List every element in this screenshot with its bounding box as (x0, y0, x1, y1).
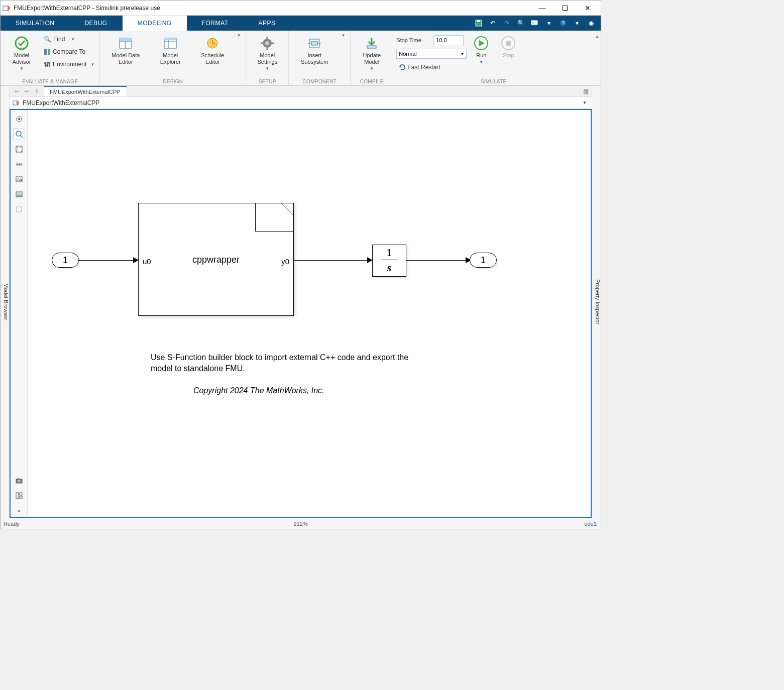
svg-rect-60 (16, 493, 19, 499)
explore-icon[interactable] (13, 113, 25, 125)
model-data-editor-button[interactable]: Model Data Editor (103, 33, 148, 76)
signal-line[interactable] (294, 260, 372, 261)
sliders-icon (44, 61, 51, 68)
fit-icon[interactable] (13, 143, 25, 155)
model-browser-rail[interactable]: Model Browser (1, 86, 10, 518)
stop-time-input[interactable] (433, 35, 464, 45)
ribbon-group-design: Model Data Editor Model Explorer Schedul… (100, 31, 246, 85)
ribbon-collapse-button[interactable]: ▴ (594, 31, 601, 85)
zoom-level[interactable]: 212% (91, 521, 510, 527)
nav-forward-icon[interactable]: ➡ (23, 87, 31, 95)
content-area: Model Browser ⬅ ➡ ⬆ FMUExportWithExterna… (1, 86, 601, 518)
chevron-down-icon: ▼ (460, 52, 464, 56)
zoom-icon[interactable] (13, 128, 25, 140)
canvas-container: ⬅ ➡ ⬆ FMUExportWithExternalCPP ▦ FMUExpo… (10, 86, 592, 518)
tab-modeling[interactable]: MODELING (123, 16, 187, 31)
tab-format[interactable]: FORMAT (187, 16, 244, 31)
stop-button[interactable]: Stop (496, 33, 521, 76)
subsystem-icon (306, 35, 322, 51)
nav-up-icon[interactable]: ⬆ (33, 87, 41, 95)
area-icon[interactable] (13, 203, 25, 215)
close-button[interactable]: ✕ (576, 1, 599, 15)
maximize-button[interactable] (553, 1, 576, 15)
model-settings-button[interactable]: Model Settings ▼ (249, 33, 285, 76)
fast-restart-button[interactable]: Fast Restart (396, 61, 467, 73)
canvas-tab[interactable]: FMUExportWithExternalCPP (44, 86, 127, 96)
play-icon (473, 35, 489, 51)
svg-text:?: ? (562, 21, 565, 26)
simulation-mode-select[interactable]: Normal ▼ (396, 49, 467, 59)
simulation-mode-value: Normal (399, 51, 416, 57)
group-label-compile: COMPILE (354, 78, 390, 85)
model-advisor-button[interactable]: Model Advisor ▼ (4, 33, 40, 76)
annotation-icon[interactable]: Aa (13, 173, 25, 185)
inport-block[interactable]: 1 (52, 253, 79, 268)
signal-line[interactable] (406, 260, 470, 261)
model-explorer-button[interactable]: Model Explorer (150, 33, 190, 76)
tab-grid-icon[interactable]: ▦ (583, 88, 589, 95)
more-icon[interactable]: » (13, 505, 25, 517)
integrator-block[interactable]: 1 s (372, 245, 406, 277)
update-model-button[interactable]: Update Model ▼ (354, 33, 390, 76)
ribbon-group-evaluate: Model Advisor ▼ 🔍 Find ▼ Compare To (1, 31, 100, 85)
run-button[interactable]: Run ▼ (469, 33, 494, 76)
svg-point-55 (17, 193, 19, 195)
screenshot-icon[interactable] (13, 475, 25, 487)
group-label-simulate: SIMULATE (396, 78, 591, 85)
outport-block[interactable]: 1 (470, 253, 497, 268)
viewmarks-icon[interactable] (13, 490, 25, 502)
signal-line[interactable] (79, 260, 138, 261)
environment-button[interactable]: Environment ▼ (42, 58, 96, 70)
canvas-frame: Aa » (10, 109, 592, 518)
sample-time-icon[interactable] (13, 158, 25, 170)
breadcrumb-dropdown[interactable]: ▼ (583, 100, 589, 105)
subsystem-block[interactable]: cppwrapper u0 y0 (138, 203, 294, 316)
property-inspector-rail[interactable]: Property Inspector (592, 86, 601, 518)
group-label-evaluate: EVALUATE & MANAGE (4, 78, 96, 85)
integrator-numerator: 1 (387, 247, 392, 259)
window-controls: — ✕ (531, 1, 599, 15)
save-icon[interactable] (473, 18, 484, 29)
gear-icon (259, 35, 275, 51)
svg-point-44 (18, 118, 20, 120)
quick-access: ↶ ↷ 🔍 » ▾ ? ▾ ◉ (290, 16, 601, 31)
redo-icon[interactable]: ↷ (501, 18, 512, 29)
help-icon[interactable]: ? (557, 18, 569, 29)
breadcrumb-text[interactable]: FMUExportWithExternalCPP (23, 99, 99, 106)
svg-rect-10 (48, 49, 50, 55)
compare-button[interactable]: Compare To (42, 46, 96, 58)
quick-dropdown-icon[interactable]: ▾ (543, 18, 554, 29)
nav-back-icon[interactable]: ⬅ (13, 87, 21, 95)
svg-rect-9 (44, 49, 47, 55)
canvas-annotation-description[interactable]: Use S-Function builder block to import e… (151, 352, 422, 374)
app-window: FMUExportWithExternalCPP - Simulink prer… (0, 0, 601, 529)
tab-simulation[interactable]: SIMULATION (1, 16, 69, 31)
tab-debug[interactable]: DEBUG (69, 16, 122, 31)
shortcuts-icon[interactable]: » (529, 18, 540, 29)
fullscreen-icon[interactable]: ◉ (586, 18, 597, 29)
inport-number: 1 (63, 255, 68, 266)
model-canvas[interactable]: 1 cppwrapper u0 y0 1 (28, 110, 591, 517)
magnifier-icon: 🔍 (44, 36, 51, 43)
window-title: FMUExportWithExternalCPP - Simulink prer… (14, 5, 531, 12)
component-more-dropdown[interactable]: ▼ (339, 33, 347, 38)
svg-rect-35 (311, 41, 317, 45)
design-more-dropdown[interactable]: ▼ (235, 33, 243, 38)
image-icon[interactable] (13, 188, 25, 200)
chevron-down-icon: ▼ (479, 60, 483, 64)
solver-name[interactable]: ode1 (510, 521, 601, 527)
find-label: Find (53, 36, 65, 43)
minimize-button[interactable]: — (531, 1, 553, 15)
tab-apps[interactable]: APPS (243, 16, 290, 31)
find-button[interactable]: 🔍 Find ▼ (42, 33, 96, 45)
schedule-editor-button[interactable]: Schedule Editor (192, 33, 233, 76)
subsystem-input-port-label: u0 (143, 257, 151, 266)
ribbon-tabstrip: SIMULATION DEBUG MODELING FORMAT APPS ↶ … (1, 16, 601, 31)
search-icon[interactable]: 🔍 (515, 18, 526, 29)
help-dropdown-icon[interactable]: ▾ (572, 18, 583, 29)
stop-time-label: Stop Time (396, 37, 431, 43)
insert-subsystem-button[interactable]: Insert Subsystem (292, 33, 337, 76)
canvas-annotation-copyright[interactable]: Copyright 2024 The MathWorks, Inc. (193, 386, 324, 395)
undo-icon[interactable]: ↶ (487, 18, 498, 29)
subsystem-output-port-label: y0 (281, 257, 289, 266)
